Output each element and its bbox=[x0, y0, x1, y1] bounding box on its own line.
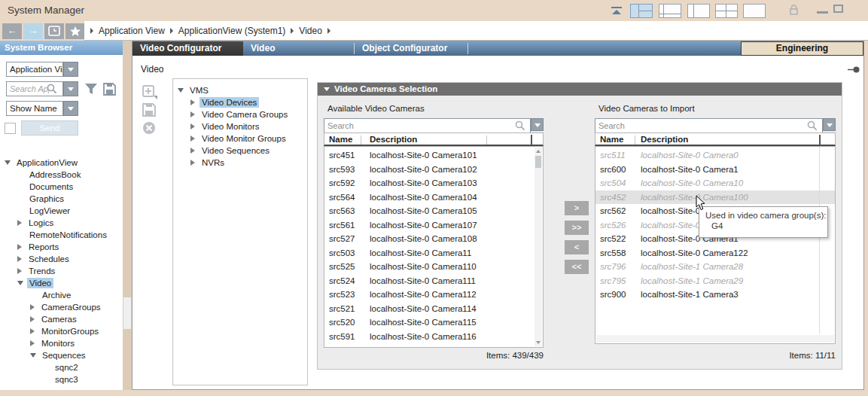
tree-expand-arrow-icon[interactable] bbox=[190, 148, 195, 154]
available-search-input[interactable] bbox=[324, 118, 531, 133]
view-selector[interactable]: Application View bbox=[6, 62, 63, 77]
breadcrumb-item[interactable]: Video bbox=[299, 26, 321, 36]
available-row[interactable]: src525localhost-Site-0 Camera110 bbox=[324, 260, 535, 274]
breadcrumb-item[interactable]: ApplicationView (System1) bbox=[178, 26, 286, 36]
history-icon[interactable] bbox=[44, 23, 64, 39]
tree-expand-arrow-icon[interactable] bbox=[17, 244, 22, 250]
vms-tree-item-video-camera-groups[interactable]: Video Camera Groups bbox=[173, 108, 307, 120]
import-column-header-name[interactable]: Name bbox=[600, 135, 623, 144]
vms-tree-item-video-monitor-groups[interactable]: Video Monitor Groups bbox=[173, 133, 307, 145]
lock-icon[interactable] bbox=[789, 5, 799, 17]
cancel-circle-icon[interactable] bbox=[142, 121, 156, 135]
layout-left-icon[interactable] bbox=[687, 4, 710, 18]
tree-expand-arrow-icon[interactable] bbox=[17, 220, 22, 226]
tree-expand-arrow-icon[interactable] bbox=[190, 111, 195, 117]
import-list-hscrollbar[interactable] bbox=[596, 335, 834, 343]
tree-expand-arrow-icon[interactable] bbox=[190, 160, 195, 166]
pin-icon[interactable] bbox=[848, 66, 860, 73]
tab-object-configurator[interactable]: Object Configurator bbox=[355, 41, 468, 56]
send-button[interactable]: Send bbox=[21, 120, 78, 136]
browser-tree-item-reports[interactable]: Reports bbox=[0, 241, 123, 253]
move-right-button[interactable]: > bbox=[565, 201, 589, 215]
layout-grid-icon[interactable] bbox=[715, 4, 738, 18]
splitter-handle[interactable] bbox=[123, 297, 131, 329]
tree-expand-arrow-icon[interactable] bbox=[190, 136, 195, 142]
import-search-dropdown-icon[interactable] bbox=[823, 118, 836, 131]
browser-tree-item-monitorgroups[interactable]: MonitorGroups bbox=[0, 325, 123, 337]
available-row[interactable]: src563localhost-Site-0 Camera105 bbox=[324, 204, 535, 218]
tree-collapse-arrow-icon[interactable] bbox=[17, 281, 23, 285]
layout-single-icon[interactable] bbox=[743, 4, 766, 18]
import-row[interactable]: src511localhost-Site-0 Camera0 bbox=[595, 148, 835, 163]
column-separator[interactable] bbox=[486, 136, 487, 145]
browser-tree-item-logics[interactable]: Logics bbox=[0, 217, 123, 229]
group-header[interactable]: Video Cameras Selection bbox=[318, 83, 842, 96]
column-separator[interactable] bbox=[819, 135, 821, 145]
tree-expand-arrow-icon[interactable] bbox=[30, 304, 35, 310]
available-row[interactable]: src524localhost-Site-0 Camera111 bbox=[324, 274, 535, 288]
browser-tree-item-remotenotifications[interactable]: RemoteNotifications bbox=[0, 229, 123, 241]
browser-tree-item-cameras[interactable]: Cameras bbox=[0, 313, 123, 325]
browser-tree-item-applicationview[interactable]: ApplicationView bbox=[0, 157, 123, 169]
browser-tree-item-sequences[interactable]: Sequences bbox=[0, 349, 123, 361]
import-column-header-description[interactable]: Description bbox=[641, 135, 688, 144]
browser-tree-item-archive[interactable]: Archive bbox=[0, 289, 123, 301]
sidebar-search-dropdown-icon[interactable] bbox=[63, 81, 78, 96]
favorite-star-icon[interactable] bbox=[65, 23, 85, 39]
layout-bottom-icon[interactable] bbox=[659, 4, 681, 18]
browser-tree-item-trends[interactable]: Trends bbox=[0, 265, 123, 277]
available-row[interactable]: src564localhost-Site-0 Camera104 bbox=[324, 190, 535, 205]
import-row[interactable]: src796localhost-Site-1 Camera28 bbox=[595, 260, 835, 274]
browser-tree-item-sqnc3[interactable]: sqnc3 bbox=[0, 373, 123, 385]
breadcrumb-item[interactable]: Application View bbox=[99, 26, 165, 36]
tree-expand-arrow-icon[interactable] bbox=[190, 99, 195, 105]
column-separator[interactable] bbox=[531, 135, 532, 145]
available-column-header-name[interactable]: Name bbox=[329, 135, 352, 144]
vms-tree-item-vms[interactable]: VMS bbox=[173, 84, 307, 96]
engineering-mode-button[interactable]: Engineering bbox=[741, 41, 863, 56]
filter-funnel-icon[interactable] bbox=[84, 83, 98, 96]
available-row[interactable]: src527localhost-Site-0 Camera108 bbox=[324, 232, 535, 246]
available-row-partial[interactable]: src5localhost-Site-0 Camera1 bbox=[324, 343, 535, 348]
back-icon[interactable]: ← bbox=[2, 23, 22, 39]
maximize-icon[interactable] bbox=[833, 5, 843, 13]
import-row[interactable]: src900localhost-Site-1 Camera3 bbox=[595, 288, 835, 302]
browser-tree-item-addressbook[interactable]: AddressBook bbox=[0, 169, 123, 181]
import-row[interactable]: src452localhost-Site-0 Camera100 bbox=[595, 190, 835, 205]
tab-video-configurator[interactable]: Video Configurator bbox=[132, 41, 243, 56]
send-checkbox[interactable] bbox=[5, 123, 16, 134]
browser-tree-item-monitors[interactable]: Monitors bbox=[0, 337, 123, 349]
display-mode-selector[interactable]: Show Name bbox=[6, 101, 63, 116]
browser-tree-item-cameragroups[interactable]: CameraGroups bbox=[0, 301, 123, 313]
vms-tree-item-video-sequences[interactable]: Video Sequences bbox=[173, 145, 307, 157]
move-left-button[interactable]: < bbox=[565, 240, 589, 254]
move-all-left-button[interactable]: << bbox=[565, 260, 589, 274]
layout-split-icon[interactable] bbox=[630, 4, 653, 18]
vms-tree-item-video-monitors[interactable]: Video Monitors bbox=[173, 120, 307, 133]
tree-expand-arrow-icon[interactable] bbox=[17, 256, 22, 262]
browser-tree-item-video[interactable]: Video bbox=[0, 277, 123, 289]
tree-expand-arrow-icon[interactable] bbox=[30, 316, 35, 322]
tree-collapse-arrow-icon[interactable] bbox=[30, 353, 36, 358]
available-row[interactable]: src593localhost-Site-0 Camera102 bbox=[324, 163, 535, 177]
save-floppy-icon[interactable] bbox=[142, 103, 156, 117]
forward-icon[interactable]: → bbox=[23, 23, 43, 39]
available-column-header-description[interactable]: Description bbox=[370, 135, 417, 144]
import-search-input[interactable] bbox=[595, 118, 823, 133]
available-row[interactable]: src561localhost-Site-0 Camera107 bbox=[324, 218, 535, 233]
import-row[interactable]: src504localhost-Site-0 Camera10 bbox=[595, 176, 835, 190]
collapse-up-icon[interactable] bbox=[611, 7, 622, 14]
available-row[interactable]: src523localhost-Site-0 Camera112 bbox=[324, 288, 535, 302]
browser-tree-item-schedules[interactable]: Schedules bbox=[0, 253, 123, 265]
save-floppy-icon[interactable] bbox=[103, 83, 116, 96]
available-list-scrollbar[interactable] bbox=[535, 148, 542, 346]
available-row[interactable]: src520localhost-Site-0 Camera115 bbox=[324, 315, 535, 330]
column-separator[interactable] bbox=[635, 136, 635, 145]
move-all-right-button[interactable]: >> bbox=[565, 221, 589, 235]
available-row[interactable]: src451localhost-Site-0 Camera101 bbox=[324, 148, 535, 163]
import-row[interactable]: src558localhost-Site-0 Camera122 bbox=[595, 246, 835, 260]
available-row[interactable]: src503localhost-Site-0 Camera11 bbox=[324, 246, 535, 260]
available-search-dropdown-icon[interactable] bbox=[531, 118, 544, 131]
display-mode-dropdown-icon[interactable] bbox=[63, 101, 78, 116]
tree-collapse-arrow-icon[interactable] bbox=[178, 88, 184, 93]
